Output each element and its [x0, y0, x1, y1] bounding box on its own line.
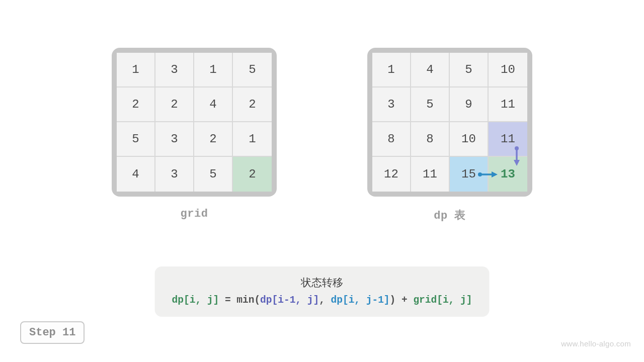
- table-cell: 2: [194, 122, 233, 157]
- grid-table-frame: 1315224253214352: [112, 48, 277, 197]
- cell-value: 2: [209, 132, 216, 146]
- cell-value: 2: [249, 167, 256, 181]
- cell-value: 1: [132, 63, 139, 76]
- table-cell: 4: [117, 157, 155, 192]
- table-cell: 5: [450, 53, 489, 87]
- table-cell: 12: [372, 157, 411, 192]
- formula-lhs: dp[i, j]: [172, 295, 219, 306]
- formula-title: 状态转移: [172, 276, 472, 290]
- table-cell: 11: [489, 122, 527, 157]
- dp-table-frame: 145103591188101112111513: [367, 48, 532, 197]
- cell-value: 15: [461, 167, 476, 181]
- table-cell: 8: [372, 122, 411, 157]
- table-cell: 2: [155, 87, 194, 122]
- formula-sep1: ,: [319, 295, 331, 306]
- table-cell: 1: [372, 53, 411, 87]
- formula-code: dp[i, j] = min(dp[i-1, j], dp[i, j-1]) +…: [172, 295, 472, 306]
- table-cell: 10: [450, 122, 489, 157]
- table-cell: 5: [194, 157, 233, 192]
- grid-table-block: 1315224253214352 grid: [112, 48, 277, 223]
- cell-value: 4: [209, 98, 216, 111]
- cell-value: 3: [171, 132, 178, 146]
- table-cell: 3: [155, 157, 194, 192]
- table-cell: 9: [450, 87, 489, 122]
- table-cell: 2: [117, 87, 155, 122]
- cell-value: 2: [249, 98, 256, 111]
- cell-value: 5: [132, 132, 139, 146]
- cell-value: 4: [132, 167, 139, 181]
- table-cell: 15: [450, 157, 489, 192]
- formula-rhs: grid[i, j]: [413, 295, 472, 306]
- formula-eq: = min(: [219, 295, 260, 306]
- cell-value: 12: [384, 167, 398, 181]
- cell-value: 5: [249, 63, 256, 76]
- table-cell: 4: [411, 53, 450, 87]
- cell-value: 3: [171, 167, 178, 181]
- watermark: www.hello-algo.com: [561, 339, 631, 348]
- cell-value: 8: [426, 132, 433, 146]
- cell-value: 3: [171, 63, 178, 76]
- cell-value: 2: [132, 98, 139, 111]
- dp-label: dp 表: [434, 208, 466, 223]
- cell-value: 5: [209, 167, 216, 181]
- cell-value: 5: [465, 63, 472, 76]
- table-cell: 1: [233, 122, 272, 157]
- cell-value: 11: [423, 167, 437, 181]
- table-cell: 5: [411, 87, 450, 122]
- cell-value: 1: [249, 132, 256, 146]
- cell-value: 3: [387, 98, 394, 111]
- table-cell: 3: [372, 87, 411, 122]
- grid-table: 1315224253214352: [117, 53, 272, 192]
- table-cell: 1: [117, 53, 155, 87]
- transition-formula-box: 状态转移 dp[i, j] = min(dp[i-1, j], dp[i, j-…: [155, 266, 490, 317]
- table-cell: 3: [155, 53, 194, 87]
- table-cell: 4: [194, 87, 233, 122]
- table-cell: 1: [194, 53, 233, 87]
- formula-arg1: dp[i-1, j]: [260, 295, 319, 306]
- table-cell: 3: [155, 122, 194, 157]
- cell-value: 13: [501, 167, 515, 181]
- cell-value: 11: [501, 98, 515, 111]
- table-cell: 13: [489, 157, 527, 192]
- cell-value: 10: [501, 63, 515, 76]
- table-cell: 10: [489, 53, 527, 87]
- cell-value: 11: [501, 132, 515, 146]
- cell-value: 10: [461, 132, 476, 146]
- cell-value: 8: [387, 132, 394, 146]
- formula-arg2: dp[i, j-1]: [331, 295, 390, 306]
- cell-value: 5: [426, 98, 433, 111]
- table-cell: 5: [117, 122, 155, 157]
- cell-value: 2: [171, 98, 178, 111]
- table-cell: 2: [233, 87, 272, 122]
- dp-table-block: 145103591188101112111513 dp 表: [367, 48, 532, 223]
- grid-label: grid: [181, 208, 208, 220]
- table-cell: 8: [411, 122, 450, 157]
- step-badge: Step 11: [20, 321, 85, 344]
- cell-value: 1: [209, 63, 216, 76]
- cell-value: 4: [426, 63, 433, 76]
- cell-value: 1: [387, 63, 394, 76]
- formula-close: ) +: [390, 295, 414, 306]
- table-cell: 2: [233, 157, 272, 192]
- table-cell: 11: [489, 87, 527, 122]
- table-cell: 11: [411, 157, 450, 192]
- dp-table: 145103591188101112111513: [372, 53, 527, 192]
- table-cell: 5: [233, 53, 272, 87]
- cell-value: 9: [465, 98, 472, 111]
